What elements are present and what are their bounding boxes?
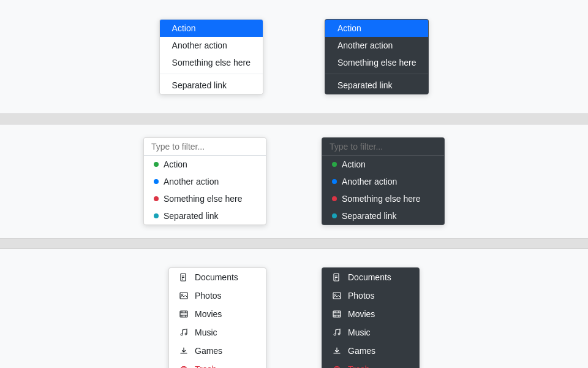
dropdown-divider-light [160,74,263,74]
dot-teal-light [154,213,159,218]
dark-simple-dropdown: Action Another action Something else her… [325,19,429,94]
filter-item-something-light[interactable]: Something else here [144,190,266,207]
icon-label-trash-dark: Trash [348,364,369,368]
section-divider-1 [0,113,588,125]
filter-item-separated-light[interactable]: Separated link [144,207,266,224]
download-icon-dark [332,346,342,356]
dot-green-dark [332,162,337,167]
dropdown-item-another-light[interactable]: Another action [160,37,263,54]
dropdown-item-another-dark[interactable]: Another action [325,37,428,54]
icon-label-movies-light: Movies [195,309,222,319]
icon-label-games-dark: Games [348,346,375,356]
svg-rect-6 [180,311,187,317]
svg-point-13 [181,334,183,335]
filter-label-something-light: Something else here [164,194,242,204]
icon-item-music-dark[interactable]: Music [322,323,419,342]
filter-item-another-light[interactable]: Another action [144,173,266,190]
dark-icon-dropdown: Documents Photos [322,267,420,368]
icon-label-games-light: Games [195,346,222,356]
film-icon-dark [332,309,342,319]
filter-label-action-light: Action [164,159,187,169]
filter-item-another-dark[interactable]: Another action [322,173,444,190]
svg-point-28 [334,334,336,335]
trash-icon-light [179,364,189,368]
icon-item-documents-light[interactable]: Documents [169,268,266,286]
icon-label-documents-dark: Documents [348,272,391,282]
dropdown-item-action-light[interactable]: Action [160,20,263,37]
icon-item-photos-light[interactable]: Photos [169,286,266,305]
icon-label-music-light: Music [195,328,217,337]
icon-label-photos-light: Photos [195,291,222,301]
icon-item-documents-dark[interactable]: Documents [322,268,419,286]
filter-label-another-dark: Another action [342,177,397,186]
photo-icon-dark [332,291,342,301]
music-icon-dark [332,328,342,337]
icon-label-music-dark: Music [348,328,371,337]
icon-label-photos-dark: Photos [348,291,375,301]
light-filter-dropdown: Action Another action Something else her… [143,137,266,225]
section-icon-dropdowns: Documents Photos [0,249,588,368]
filter-label-something-dark: Something else here [342,194,420,204]
icon-item-movies-light[interactable]: Movies [169,305,266,323]
icon-item-trash-dark[interactable]: Trash [322,360,419,368]
dot-blue-light [154,179,159,184]
icon-label-documents-light: Documents [195,272,238,282]
icon-label-movies-dark: Movies [348,309,375,319]
photo-icon [179,291,189,301]
svg-point-20 [334,294,336,295]
icon-item-music-light[interactable]: Music [169,323,266,342]
file-icon-dark [332,272,342,282]
dropdown-item-separated-light[interactable]: Separated link [160,77,263,94]
light-simple-dropdown: Action Another action Something else her… [159,19,263,94]
filter-label-another-light: Another action [164,177,219,186]
icon-item-trash-light[interactable]: Trash [169,360,266,368]
section-divider-2 [0,238,588,249]
dot-teal-dark [332,213,337,218]
section-filter-dropdowns: Action Another action Something else her… [0,125,588,238]
dark-filter-input[interactable] [322,138,444,156]
download-icon [179,346,189,356]
filter-label-separated-dark: Separated link [342,211,397,221]
dropdown-item-separated-dark[interactable]: Separated link [325,77,428,94]
filter-item-action-dark[interactable]: Action [322,156,444,173]
svg-point-5 [181,294,183,295]
dark-filter-dropdown: Action Another action Something else her… [322,137,445,225]
light-icon-dropdown: Documents Photos [168,267,266,368]
dropdown-item-action-dark[interactable]: Action [325,20,428,37]
filter-item-something-dark[interactable]: Something else here [322,190,444,207]
svg-point-14 [185,333,187,335]
dot-blue-dark [332,179,337,184]
dot-red-light [154,196,159,201]
music-icon [179,328,189,337]
icon-item-movies-dark[interactable]: Movies [322,305,419,323]
filter-item-separated-dark[interactable]: Separated link [322,207,444,224]
light-filter-input[interactable] [144,138,266,156]
dropdown-item-something-dark[interactable]: Something else here [325,54,428,71]
dot-green-light [154,162,159,167]
film-icon [179,309,189,319]
dot-red-dark [332,196,337,201]
file-icon [179,272,189,282]
filter-item-action-light[interactable]: Action [144,156,266,173]
icon-item-games-light[interactable]: Games [169,342,266,360]
svg-rect-21 [333,311,341,317]
icon-item-photos-dark[interactable]: Photos [322,286,419,305]
filter-label-action-dark: Action [342,159,366,169]
icon-label-trash-light: Trash [195,364,216,368]
svg-rect-4 [180,293,187,299]
dropdown-divider-dark [325,74,428,74]
trash-icon-dark [332,364,342,368]
filter-label-separated-light: Separated link [164,211,219,221]
svg-point-29 [338,333,340,335]
section-simple-dropdowns: Action Another action Something else her… [0,0,588,113]
icon-item-games-dark[interactable]: Games [322,342,419,360]
dropdown-item-something-light[interactable]: Something else here [160,54,263,71]
svg-rect-19 [333,293,341,299]
